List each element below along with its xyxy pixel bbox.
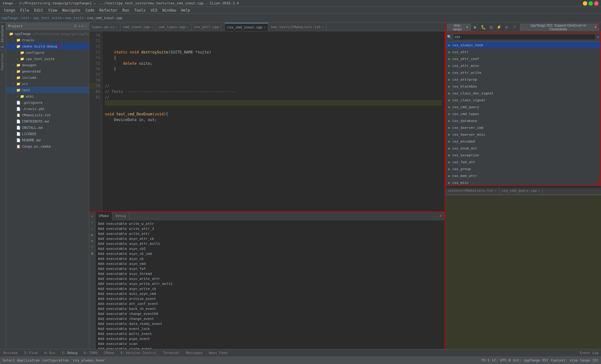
- dropdown-item-cxx-attr-misc[interactable]: ▶ cxx_attr_misc: [446, 62, 600, 69]
- bottom-tool-delete[interactable]: 🗑: [90, 251, 95, 256]
- tree-item-install[interactable]: ▸ 📄 INSTALL.md: [6, 124, 89, 131]
- tab-cxx-cmd-query[interactable]: cxx_cmd_query.cpp ×: [499, 186, 543, 195]
- structure-tab[interactable]: 2. Structure: [0, 23, 6, 50]
- dropdown-item-cxx-group[interactable]: ▶ cxx_group: [446, 165, 600, 172]
- tab-close-icon[interactable]: ×: [495, 189, 496, 192]
- dropdown-item-cxx-attr-conf[interactable]: ▶ cxx_attr_conf: [446, 55, 600, 62]
- menu-navigate[interactable]: Navigate: [60, 8, 83, 13]
- tab-close-icon[interactable]: ×: [220, 25, 222, 29]
- clear-search-icon[interactable]: ✕: [597, 35, 599, 39]
- dropdown-item-cxx-misc[interactable]: ▶ cxx_misc: [446, 179, 600, 185]
- menu-vcs[interactable]: VCS: [148, 8, 160, 13]
- tool-tab-vc[interactable]: 9: Version Control: [117, 349, 160, 357]
- tree-item-configure[interactable]: ▸ 📁 configure: [6, 49, 89, 56]
- tool-tab-run[interactable]: 4: Run: [41, 349, 59, 357]
- tree-item-cpp-test-suite[interactable]: ▸ 📁 cpp_test_suite: [6, 56, 89, 62]
- run-reload-button[interactable]: ↺: [511, 24, 518, 31]
- tab-close-icon[interactable]: ×: [264, 26, 265, 29]
- tool-tab-messages[interactable]: Messages: [183, 349, 206, 357]
- tree-item-include[interactable]: ▸ 📁 include: [6, 74, 89, 81]
- menu-edit[interactable]: Edit: [32, 8, 46, 13]
- bottom-tool-config[interactable]: ⚙: [90, 238, 95, 243]
- menu-code[interactable]: Code: [83, 8, 97, 13]
- menu-tango[interactable]: tango: [1, 8, 18, 13]
- close-button[interactable]: [594, 1, 598, 6]
- tree-item-contribute[interactable]: ▸ 📄 CONTRIBUTE.md: [6, 118, 89, 124]
- menu-run[interactable]: Run: [120, 8, 132, 13]
- tree-item-test[interactable]: ▾ 📁 test: [6, 87, 89, 93]
- tab-cxx-poll[interactable]: cxx_poll.cpp ×: [191, 23, 225, 31]
- breadcrumb-cpptango[interactable]: cppTango: [1, 16, 18, 20]
- dropdown-item-cxx-fwd-att[interactable]: ▶ cxx_fwd_att: [446, 159, 600, 165]
- tree-item-tango-cmake[interactable]: ▸ 📋 tango.pc.cmake: [6, 143, 89, 149]
- tool-tab-todo[interactable]: 6: TODO: [81, 349, 101, 357]
- dropdown-item-cxx-encoded[interactable]: ▶ cxx_encoded: [446, 138, 600, 145]
- tree-item-generated[interactable]: ▸ 📁 generated: [6, 68, 89, 74]
- tree-item-cmake-build-debug[interactable]: ▾ 📁 cmake-build-debug 2: [6, 43, 89, 49]
- tool-tab-cmake[interactable]: CMake: [100, 349, 117, 357]
- dropdown-item-cxx-dserver-misc[interactable]: ▶ cxx_dserver_misc: [446, 131, 600, 138]
- tree-item-license[interactable]: ▸ 📄 LICENSE: [6, 131, 89, 137]
- debug-tab[interactable]: Debug: [112, 212, 129, 220]
- tab-cmd-inout[interactable]: cmd_inout.cpp ×: [121, 23, 156, 31]
- tree-item-travis[interactable]: ▸ 📁 travis: [6, 37, 89, 43]
- tree-item-travis-yml[interactable]: ▸ 📄 .travis.yml: [6, 106, 89, 112]
- dropdown-item-cxx-dserver-cmd[interactable]: ▶ cxx_dserver_cmd: [446, 124, 600, 131]
- menu-refactor[interactable]: Refactor: [97, 8, 120, 13]
- breadcrumb-cpp-test-suite[interactable]: cpp_test_suite: [33, 16, 62, 20]
- tree-item-readme[interactable]: ▸ 📄 README.md: [6, 137, 89, 143]
- tab-close-icon[interactable]: ×: [538, 189, 540, 192]
- tree-item-cmakelists[interactable]: ▸ 📋 CMakeLists.txt: [6, 112, 89, 118]
- tab-cxxtest-cmake[interactable]: cxxtest/CMakeLists.txt ×: [445, 186, 499, 195]
- dropdown-item-cxx-mem-attr[interactable]: ▶ cxx_mem_attr: [446, 172, 600, 179]
- run-profile-button[interactable]: ⚡: [496, 24, 502, 31]
- bottom-tool-help[interactable]: ?: [90, 245, 95, 250]
- breadcrumb-new-tests[interactable]: new_tests: [65, 16, 84, 20]
- bottom-tool-up[interactable]: ↑: [90, 220, 95, 225]
- tool-tab-eventlog[interactable]: Event Log: [577, 349, 601, 357]
- tree-item-wiki[interactable]: ▸ 📁 wiki: [6, 93, 89, 99]
- tab-cmd-types[interactable]: cmd_types.cpp ×: [156, 23, 191, 31]
- run-stop-button[interactable]: ■: [503, 24, 510, 31]
- dropdown-item-cxx-database[interactable]: ▶ cxx_database: [446, 117, 600, 124]
- breadcrumb-test[interactable]: test: [21, 16, 30, 20]
- breadcrumb-file[interactable]: cxx_cmd_inout.cpp: [87, 16, 122, 20]
- maximize-button[interactable]: [588, 1, 593, 6]
- tab-close-icon[interactable]: ×: [151, 25, 153, 29]
- tool-tab-debug[interactable]: 5: Debug: [59, 349, 80, 357]
- favorites-tab[interactable]: Favorites: [0, 50, 6, 73]
- menu-help[interactable]: Help: [178, 8, 193, 13]
- dropdown-item-cxx-attr[interactable]: ▶ cxx_attr: [446, 48, 600, 55]
- dropdown-item-cxx-class-signal[interactable]: ▶ cxx_class_signal: [446, 97, 600, 104]
- dropdown-item-cxx-attr-write[interactable]: ▶ cxx_attr_write: [446, 69, 600, 76]
- menu-window[interactable]: Window: [160, 8, 178, 13]
- tool-tab-terminal[interactable]: Terminal: [160, 349, 183, 357]
- tree-item-src[interactable]: ▸ 📁 src: [6, 81, 89, 87]
- run-coverage-button[interactable]: ▦: [488, 24, 494, 31]
- dropdown-item-cxx-blackbox[interactable]: ▶ cxx_blackbox: [446, 83, 600, 90]
- project-icon-3[interactable]: ≡: [82, 24, 84, 28]
- tool-tab-newsfeed[interactable]: News Feed: [206, 349, 231, 357]
- search-input[interactable]: [453, 34, 596, 40]
- code-area[interactable]: static void destroySuite(SUITE_NAME *sui…: [102, 31, 444, 211]
- tab-close-icon[interactable]: ×: [322, 25, 324, 29]
- tab-types-pb[interactable]: types.pb.cc ×: [89, 23, 121, 31]
- dropdown-item-cxx-always-hook[interactable]: ▶ cxx_always_hook: [446, 42, 600, 48]
- tab-close-icon[interactable]: ×: [116, 25, 118, 29]
- tab-new-tests-cmake[interactable]: new_tests/CMakeLists.txt ×: [268, 23, 326, 31]
- project-icon-2[interactable]: ⚙: [78, 24, 80, 28]
- tree-item-gitignore[interactable]: ▸ 📄 .gitignore: [6, 99, 89, 106]
- dropdown-item-cxx-exception[interactable]: ▶ cxx_exception: [446, 152, 600, 159]
- bottom-tool-refresh[interactable]: ↺: [90, 213, 95, 218]
- run-debug-button[interactable]: 🐛: [480, 24, 486, 31]
- bottom-tool-down[interactable]: ↓: [90, 226, 95, 231]
- minimize-button[interactable]: [583, 1, 587, 6]
- project-icon-4[interactable]: −: [85, 24, 87, 28]
- project-icon-1[interactable]: ☰: [74, 24, 77, 28]
- run-config-button[interactable]: stop-tango ▾: [447, 24, 471, 31]
- run-tab-button[interactable]: cppTango-351: Support DevEnum in Command…: [520, 24, 599, 31]
- tool-tab-find[interactable]: 3: Find: [21, 349, 41, 357]
- menu-file[interactable]: File: [18, 8, 32, 13]
- menu-view[interactable]: View: [46, 8, 60, 13]
- dropdown-item-cxx-attrprop[interactable]: ▶ cxx_attrprop: [446, 76, 600, 83]
